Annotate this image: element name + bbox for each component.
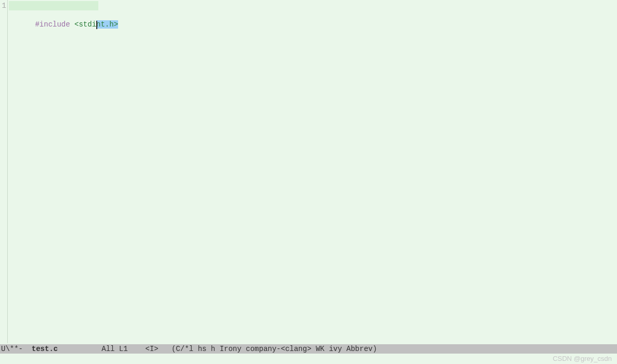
- modeline-status: U\**-: [1, 344, 32, 354]
- modeline-filename: test.c: [32, 344, 58, 354]
- modeline-position: All L1: [101, 344, 127, 354]
- token-space: [70, 20, 74, 29]
- token-preprocessor: #include: [35, 20, 70, 29]
- watermark: CSDN @grey_csdn: [552, 355, 612, 362]
- mode-line: U\**- test.c All L1 <I> (C/*l hs h Irony…: [0, 344, 617, 354]
- line-number: 1: [0, 1, 6, 10]
- modeline-spacer-1: [58, 344, 101, 354]
- token-header-selected: nt.h>: [96, 20, 118, 29]
- token-header-pre: <stdi: [74, 20, 96, 29]
- modeline-modes: (C/*l hs h Irony company-<clang> WK ivy …: [172, 344, 377, 354]
- code-area[interactable]: #include <stdint.h>: [8, 0, 617, 343]
- line-number-gutter: 1: [0, 0, 8, 343]
- editor-container: 1 #include <stdint.h>: [0, 0, 617, 343]
- code-content: #include <stdint.h>: [35, 20, 118, 29]
- modeline-spacer-2: [128, 344, 146, 354]
- modeline-mode-indicator: <I>: [145, 344, 158, 354]
- minibuffer[interactable]: [0, 354, 617, 364]
- modeline-spacer-3: [159, 344, 172, 354]
- code-line-1[interactable]: #include <stdint.h>: [9, 1, 617, 10]
- current-line-highlight: [9, 1, 98, 10]
- text-cursor: [96, 21, 97, 29]
